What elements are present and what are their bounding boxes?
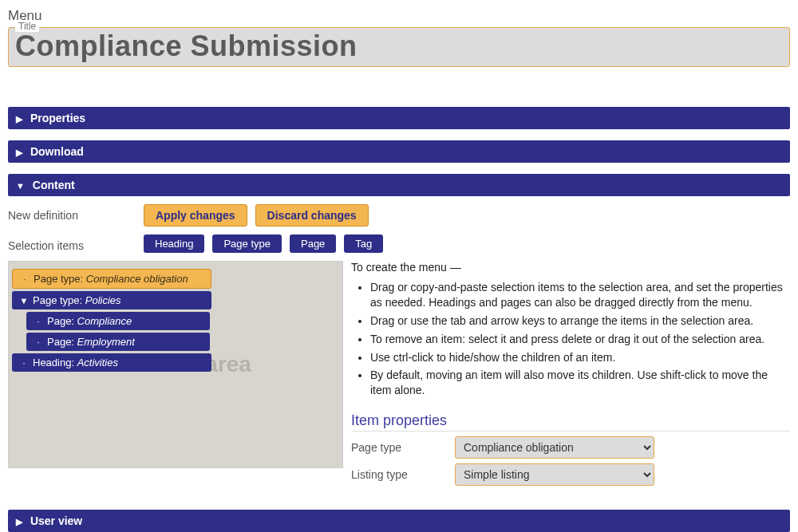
- instructions: To create the menu — Drag or copy-and-pa…: [351, 261, 790, 491]
- pill-page-type[interactable]: Page type: [212, 234, 282, 253]
- pill-heading[interactable]: Heading: [144, 234, 204, 253]
- selection-item-value: Compliance: [77, 315, 132, 327]
- selection-item-type: Page:: [47, 336, 74, 348]
- selection-item[interactable]: ▼ Page type: Policies: [12, 291, 211, 309]
- item-properties-heading: Item properties: [351, 412, 790, 432]
- caret-down-icon: ▼: [16, 181, 25, 191]
- accordion-label: User view: [30, 514, 82, 527]
- new-definition-label: New definition: [8, 204, 144, 222]
- pill-page[interactable]: Page: [290, 234, 336, 253]
- caret-right-icon: ▶: [16, 114, 22, 124]
- bullet-icon: ·: [33, 317, 44, 326]
- listing-type-label: Listing type: [351, 468, 455, 481]
- breadcrumb: Menu: [8, 8, 790, 24]
- selection-item[interactable]: · Page: Compliance: [26, 312, 210, 330]
- selection-item[interactable]: · Page type: Compliance obligation: [12, 269, 211, 289]
- accordion-label: Content: [33, 179, 75, 191]
- accordion-user-view[interactable]: ▶ User view: [8, 510, 790, 532]
- selection-item[interactable]: · Heading: Activities: [12, 353, 211, 372]
- instruction-item: Drag or copy-and-paste selection items t…: [370, 280, 790, 310]
- accordion-properties[interactable]: ▶ Properties: [8, 107, 790, 129]
- page-type-label: Page type: [351, 441, 455, 454]
- title-input[interactable]: [15, 30, 783, 63]
- instructions-intro: To create the menu —: [351, 261, 790, 274]
- selection-item[interactable]: · Page: Employment: [26, 333, 210, 351]
- bullet-icon: ·: [33, 337, 44, 347]
- page-type-select[interactable]: Compliance obligation: [455, 436, 654, 459]
- selection-area[interactable]: Selection area · Page type: Compliance o…: [8, 261, 343, 468]
- title-field-wrapper: Title: [8, 27, 790, 67]
- selection-item-type: Page:: [47, 315, 74, 327]
- content-panel: New definition Apply changes Discard cha…: [8, 196, 790, 499]
- bullet-icon: ·: [18, 358, 30, 368]
- caret-right-icon: ▶: [16, 517, 22, 527]
- pill-tag[interactable]: Tag: [344, 234, 383, 253]
- accordion-download[interactable]: ▶ Download: [8, 140, 790, 163]
- accordion-label: Download: [30, 145, 84, 158]
- discard-changes-button[interactable]: Discard changes: [255, 204, 369, 227]
- selection-items-label: Selection items: [8, 234, 144, 252]
- accordion-label: Properties: [30, 112, 85, 124]
- instruction-item: To remove an item: select it and press d…: [370, 332, 790, 347]
- apply-changes-button[interactable]: Apply changes: [144, 204, 247, 227]
- accordion-content[interactable]: ▼ Content: [8, 174, 790, 196]
- instruction-item: Use ctrl-click to hide/show the children…: [370, 350, 790, 365]
- bullet-icon: ·: [19, 274, 30, 284]
- selection-item-value: Employment: [77, 336, 135, 348]
- selection-item-value: Policies: [85, 294, 121, 306]
- selection-item-value: Compliance obligation: [86, 273, 188, 285]
- caret-down-icon[interactable]: ▼: [18, 296, 30, 305]
- instruction-item: Drag or use the tab and arrow keys to ar…: [370, 313, 790, 329]
- title-label: Title: [15, 21, 39, 32]
- selection-item-type: Page type:: [34, 273, 83, 285]
- selection-item-type: Heading:: [33, 357, 74, 368]
- listing-type-select[interactable]: Simple listing: [455, 463, 654, 486]
- selection-item-type: Page type:: [33, 294, 82, 306]
- instruction-item: By default, moving an item will also mov…: [370, 368, 790, 398]
- selection-item-value: Activities: [77, 357, 118, 368]
- caret-right-icon: ▶: [16, 148, 22, 158]
